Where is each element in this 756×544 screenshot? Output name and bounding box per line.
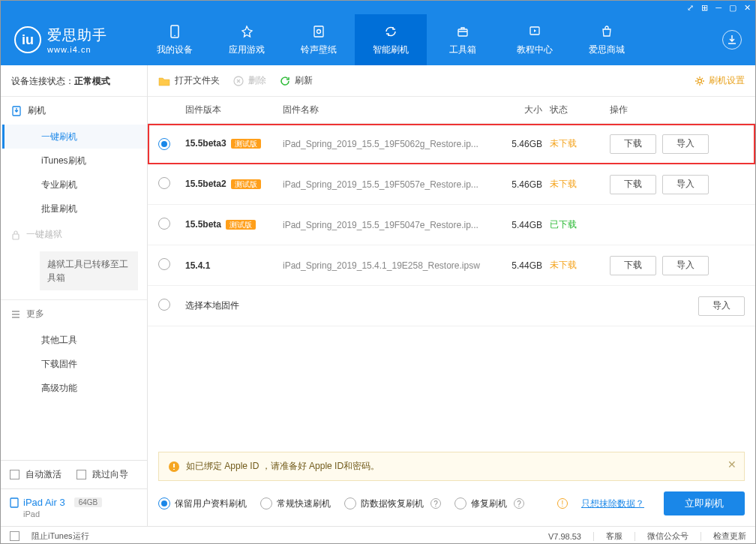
folder-icon: [158, 76, 170, 86]
sidebar-flash-title[interactable]: 刷机: [1, 97, 147, 125]
help-icon[interactable]: ?: [430, 498, 441, 509]
sidebar-item-one[interactable]: 一键刷机: [2, 125, 147, 149]
svg-rect-2: [314, 26, 323, 37]
check-update-link[interactable]: 检查更新: [713, 530, 746, 542]
device-info[interactable]: iPad Air 3 64GB iPad: [1, 488, 147, 526]
help-icon[interactable]: ?: [514, 498, 524, 509]
firmware-status: 已下载: [550, 218, 610, 231]
titlebar-icon-grid[interactable]: ⊞: [701, 3, 708, 13]
nav-flash[interactable]: 智能刷机: [355, 14, 427, 65]
svg-point-10: [698, 79, 702, 83]
notice-close-icon[interactable]: ✕: [728, 458, 736, 470]
option-radio[interactable]: [344, 497, 356, 509]
tools-icon: [456, 23, 470, 40]
refresh-button[interactable]: 刷新: [280, 74, 313, 87]
nav-apps[interactable]: 应用游戏: [211, 14, 283, 65]
firmware-radio[interactable]: [158, 177, 170, 189]
sidebar-item-batch[interactable]: 批量刷机: [2, 197, 147, 221]
sidebar: 设备连接状态：正常模式 刷机 一键刷机iTunes刷机专业刷机批量刷机 一键越狱…: [1, 65, 148, 526]
gear-icon: [694, 76, 705, 86]
warning-icon: [168, 461, 180, 473]
top-nav: 我的设备应用游戏铃声壁纸智能刷机工具箱教程中心爱思商城: [139, 14, 643, 65]
download-center-icon[interactable]: [722, 30, 742, 50]
option-repair[interactable]: 修复刷机?: [454, 497, 524, 510]
nav-tools[interactable]: 工具箱: [427, 14, 499, 65]
firmware-row: 15.5beta测试版iPad_Spring_2019_15.5_19F5047…: [148, 205, 755, 245]
stop-itunes-checkbox[interactable]: [10, 531, 20, 541]
logo: iu 爱思助手 www.i4.cn: [14, 26, 139, 54]
delete-icon: [233, 76, 244, 86]
footer-bar: 阻止iTunes运行 V7.98.53 客服 微信公众号 检查更新: [1, 526, 755, 544]
open-folder-button[interactable]: 打开文件夹: [158, 74, 220, 87]
firmware-filename: iPad_Spring_2019_15.5_19F5047e_Restore.i…: [283, 220, 493, 230]
nav-tutorial[interactable]: 教程中心: [499, 14, 571, 65]
nav-ring[interactable]: 铃声壁纸: [283, 14, 355, 65]
import-button[interactable]: 导入: [698, 296, 745, 316]
erase-data-link[interactable]: 只想抹除数据？: [581, 497, 644, 510]
app-header: iu 爱思助手 www.i4.cn 我的设备应用游戏铃声壁纸智能刷机工具箱教程中…: [1, 14, 755, 65]
tutorial-icon: [528, 23, 542, 40]
firmware-radio[interactable]: [158, 138, 170, 150]
sidebar-item-pro[interactable]: 专业刷机: [2, 173, 147, 197]
col-name: 固件名称: [283, 104, 493, 116]
store-icon: [600, 23, 614, 40]
jailbreak-note: 越狱工具已转移至工具箱: [40, 251, 138, 290]
firmware-version: 15.5beta测试版: [185, 219, 283, 230]
sidebar-more-title[interactable]: 更多: [1, 299, 147, 328]
firmware-filename: iPad_Spring_2019_15.5_19F5057e_Restore.i…: [283, 179, 493, 190]
flash-options: 保留用户资料刷机常规快速刷机防数据恢复刷机?修复刷机? ! 只想抹除数据？ 立即…: [148, 481, 755, 526]
titlebar-icon-expand[interactable]: ⤢: [687, 3, 694, 13]
device-icon: [10, 497, 19, 508]
sidebar-item-other[interactable]: 其他工具: [2, 328, 147, 352]
kefu-link[interactable]: 客服: [606, 530, 622, 542]
import-button[interactable]: 导入: [662, 134, 709, 154]
option-radio[interactable]: [260, 497, 272, 509]
app-url: www.i4.cn: [47, 45, 107, 54]
download-button[interactable]: 下载: [610, 134, 656, 154]
option-keep[interactable]: 保留用户资料刷机: [158, 497, 247, 510]
flash-settings-button[interactable]: 刷机设置: [694, 74, 745, 87]
beta-badge: 测试版: [226, 220, 256, 230]
firmware-radio[interactable]: [158, 218, 170, 230]
flash-now-button[interactable]: 立即刷机: [664, 491, 745, 515]
option-radio[interactable]: [158, 497, 170, 509]
beta-badge: 测试版: [231, 179, 261, 189]
firmware-list: 15.5beta3测试版iPad_Spring_2019_15.5_19F506…: [148, 124, 755, 326]
titlebar-icon-minimize[interactable]: ─: [716, 3, 722, 12]
auto-activate-checkbox[interactable]: [10, 470, 20, 479]
skip-guide-checkbox[interactable]: [76, 470, 86, 479]
sidebar-item-adv[interactable]: 高级功能: [2, 376, 147, 400]
titlebar-icon-maximize[interactable]: ▢: [729, 3, 736, 13]
option-recover[interactable]: 防数据恢复刷机?: [344, 497, 441, 510]
app-name: 爱思助手: [47, 26, 107, 45]
firmware-row: 15.4.1iPad_Spring_2019_15.4.1_19E258_Res…: [148, 245, 755, 286]
firmware-radio[interactable]: [158, 299, 170, 311]
svg-point-3: [317, 30, 321, 34]
option-radio[interactable]: [454, 497, 466, 509]
connection-status: 设备连接状态：正常模式: [1, 65, 147, 97]
import-button[interactable]: 导入: [662, 175, 709, 194]
download-button[interactable]: 下载: [610, 256, 656, 275]
svg-rect-7: [13, 234, 19, 239]
import-button[interactable]: 导入: [662, 256, 709, 275]
firmware-status: 未下载: [550, 137, 610, 150]
col-status: 状态: [550, 104, 610, 116]
svg-rect-8: [10, 498, 18, 507]
sidebar-item-dlfw[interactable]: 下载固件: [2, 352, 147, 376]
titlebar-icon-close[interactable]: ✕: [744, 3, 751, 13]
download-icon: [11, 106, 22, 116]
download-button[interactable]: 下载: [610, 175, 656, 194]
nav-device[interactable]: 我的设备: [139, 14, 211, 65]
wechat-link[interactable]: 微信公众号: [647, 530, 688, 542]
col-action: 操作: [610, 104, 745, 116]
window-titlebar: ⤢ ⊞ ─ ▢ ✕: [1, 1, 755, 14]
svg-point-1: [174, 35, 176, 37]
firmware-radio[interactable]: [158, 258, 170, 270]
nav-store[interactable]: 爱思商城: [571, 14, 643, 65]
option-normal[interactable]: 常规快速刷机: [260, 497, 331, 510]
device-icon: [168, 23, 182, 40]
sidebar-item-itunes[interactable]: iTunes刷机: [2, 149, 147, 173]
firmware-size: 5.44GB: [493, 220, 550, 230]
firmware-version: 15.5beta2测试版: [185, 179, 283, 190]
firmware-version: 15.5beta3测试版: [185, 138, 283, 149]
